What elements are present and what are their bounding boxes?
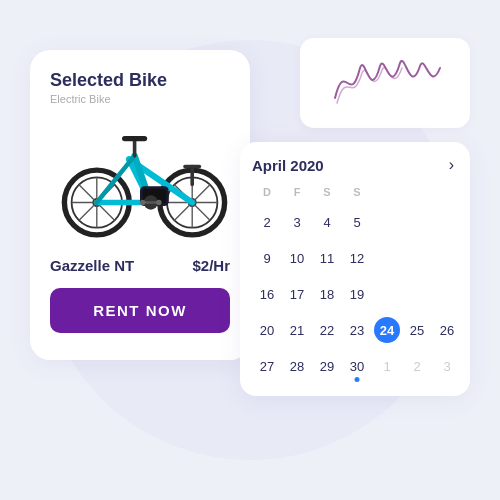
calendar-day[interactable]: 4: [312, 204, 342, 240]
calendar-header: April 2020 ›: [252, 156, 458, 174]
calendar-dot: [355, 377, 360, 382]
calendar-day[interactable]: 28: [282, 348, 312, 384]
calendar-day[interactable]: 16: [252, 276, 282, 312]
bike-illustration: [50, 120, 230, 240]
svg-point-27: [140, 200, 145, 205]
calendar-day[interactable]: 18: [312, 276, 342, 312]
calendar-day-other[interactable]: 3: [432, 348, 462, 384]
calendar-day[interactable]: 25: [402, 312, 432, 348]
signature-svg: [315, 48, 455, 118]
weekday-s1: S: [312, 184, 342, 204]
calendar-next-button[interactable]: ›: [445, 156, 458, 174]
calendar-month: April 2020: [252, 157, 324, 174]
calendar-day[interactable]: 10: [282, 240, 312, 276]
bike-info-row: Gazzelle NT $2/Hr: [50, 257, 230, 274]
bike-image: [50, 115, 230, 245]
calendar-week-2: 9 10 11 12: [252, 240, 462, 276]
calendar-day-other[interactable]: 1: [372, 348, 402, 384]
calendar-day[interactable]: 19: [342, 276, 372, 312]
calendar-day[interactable]: 9: [252, 240, 282, 276]
calendar-day[interactable]: 11: [312, 240, 342, 276]
calendar-day[interactable]: 27: [252, 348, 282, 384]
calendar-day[interactable]: 26: [432, 312, 462, 348]
calendar-day[interactable]: 5: [342, 204, 372, 240]
calendar-week-4: 20 21 22 23 24 25 26: [252, 312, 462, 348]
signature-area: [300, 38, 470, 128]
calendar-day[interactable]: 21: [282, 312, 312, 348]
rent-now-button[interactable]: RENT NOW: [50, 288, 230, 333]
calendar-day[interactable]: 12: [342, 240, 372, 276]
bike-card-title: Selected Bike: [50, 70, 230, 91]
svg-point-28: [156, 200, 161, 205]
calendar-week-1: 2 3 4 5: [252, 204, 462, 240]
calendar-day[interactable]: 3: [282, 204, 312, 240]
calendar-day[interactable]: 2: [252, 204, 282, 240]
calendar-day[interactable]: 20: [252, 312, 282, 348]
calendar-day-other[interactable]: 2: [402, 348, 432, 384]
svg-rect-22: [122, 136, 147, 141]
calendar-day[interactable]: 23: [342, 312, 372, 348]
bike-card-subtitle: Electric Bike: [50, 93, 230, 105]
bike-name: Gazzelle NT: [50, 257, 134, 274]
bike-price: $2/Hr: [192, 257, 230, 274]
weekday-f: F: [282, 184, 312, 204]
calendar: April 2020 › D F S S 2 3 4: [240, 142, 470, 396]
calendar-day[interactable]: 22: [312, 312, 342, 348]
bike-card: Selected Bike Electric Bike: [30, 50, 250, 360]
weekday-d: D: [252, 184, 282, 204]
weekday-s2: S: [342, 184, 372, 204]
right-panel: April 2020 › D F S S 2 3 4: [240, 38, 470, 396]
calendar-week-5: 27 28 29 30 1 2 3: [252, 348, 462, 384]
calendar-day[interactable]: 30: [342, 348, 372, 384]
calendar-weekday-row: D F S S: [252, 184, 462, 204]
calendar-week-3: 16 17 18 19: [252, 276, 462, 312]
calendar-day[interactable]: 17: [282, 276, 312, 312]
calendar-day-selected[interactable]: 24: [372, 312, 402, 348]
calendar-day[interactable]: 29: [312, 348, 342, 384]
calendar-grid: D F S S 2 3 4 5 9 10: [252, 184, 462, 384]
main-container: Selected Bike Electric Bike: [20, 20, 480, 480]
